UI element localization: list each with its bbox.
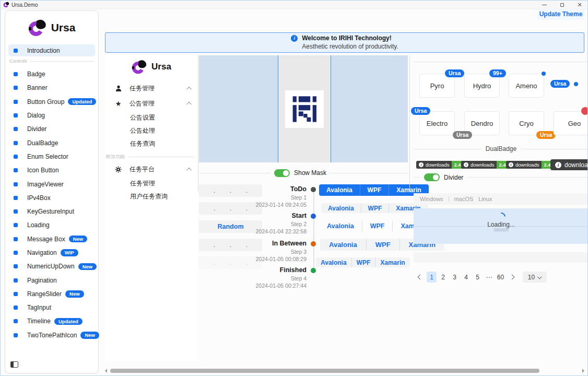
- badge-ursa-standalone: Ursa: [550, 80, 570, 88]
- avalonia-button[interactable]: Avalonia: [319, 221, 362, 231]
- avalonia-button[interactable]: Avalonia: [320, 239, 366, 251]
- button-group-solid: Avalonia WPF Xamarin: [319, 184, 429, 196]
- badge-ursa: Ursa: [445, 69, 464, 77]
- page-ellipsis[interactable]: ⋯: [484, 272, 494, 283]
- sidebar-item-keygestureinput[interactable]: KeyGestureInput: [5, 205, 98, 218]
- maximize-icon: [560, 3, 564, 7]
- status-tag: New: [65, 290, 84, 298]
- sidebar-item-label: DualBadge: [27, 139, 58, 147]
- sidebar-item-pagination[interactable]: Pagination: [5, 273, 98, 287]
- image-viewer[interactable]: [199, 55, 408, 162]
- sidebar-item-numericupdown[interactable]: NumericUpDownNew: [5, 260, 98, 273]
- menu-item-announcement-processing[interactable]: 公告处理: [105, 124, 198, 137]
- sidebar-item-divider[interactable]: Divider: [5, 122, 98, 136]
- sidebar-item-dialog[interactable]: Dialog: [5, 109, 98, 122]
- page-button-3[interactable]: 3: [450, 272, 460, 283]
- scrollbar-thumb[interactable]: [110, 369, 539, 373]
- divider-toggle[interactable]: [424, 173, 440, 181]
- wpf-button[interactable]: WPF: [351, 257, 375, 267]
- bullet-icon: [14, 113, 18, 118]
- sidebar-item-twotonepathicon[interactable]: TwoTonePathIconNew: [5, 328, 98, 342]
- app-icon: [3, 2, 9, 8]
- menu-section-header: 附加功能: [105, 152, 194, 161]
- wpf-button[interactable]: WPF: [361, 203, 389, 213]
- badge-ursa-gray: Ursa: [453, 131, 472, 139]
- sidebar-item-imageviewer[interactable]: ImageViewer: [5, 177, 98, 191]
- wpf-button[interactable]: WPF: [362, 221, 393, 231]
- center-scrollbar[interactable]: [409, 55, 410, 191]
- menu-item-task-query[interactable]: 任务查询: [105, 137, 198, 150]
- menu-scrollbar[interactable]: [198, 55, 198, 191]
- bullet-icon: [14, 209, 18, 214]
- menu-item-task-management[interactable]: 任务管理: [105, 81, 198, 96]
- status-tag: New: [69, 236, 88, 243]
- sidebar-item-dualbadge[interactable]: DualBadge: [5, 136, 98, 149]
- sidebar-item-icon-button[interactable]: Icon Button: [5, 163, 98, 177]
- timeline-line: [313, 193, 314, 269]
- timeline-dot-todo: [311, 187, 316, 192]
- sidebar-item-navigation[interactable]: NavigationWIP: [5, 246, 98, 260]
- irihi-logo: [285, 90, 324, 128]
- xamarin-button[interactable]: Xamarin: [375, 257, 409, 267]
- star-icon: ★: [114, 100, 122, 108]
- sidebar-item-badge[interactable]: Badge: [5, 67, 98, 81]
- menu-item-task-platform[interactable]: 任务平台: [105, 162, 198, 177]
- bullet-icon: [14, 196, 18, 200]
- update-theme-button[interactable]: Update Theme: [537, 8, 584, 20]
- sidebar-item-label: Introduction: [27, 47, 60, 54]
- status-tag: WIP: [61, 249, 78, 256]
- bullet-icon: [14, 292, 18, 296]
- bullet-icon: [14, 319, 18, 323]
- wpf-button[interactable]: WPF: [360, 184, 389, 196]
- menu-item-announcement-settings[interactable]: 公告设置: [105, 111, 198, 124]
- bullet-icon: [14, 155, 18, 159]
- sidebar-item-loading[interactable]: Loading: [5, 218, 98, 232]
- sidebar-item-taginput[interactable]: TagInput: [5, 301, 98, 314]
- avalonia-button[interactable]: Avalonia: [319, 184, 360, 196]
- menu-item-task-management-sub[interactable]: 任务管理: [105, 177, 198, 190]
- scroll-right-icon[interactable]: [582, 369, 586, 373]
- platform-item-windows[interactable]: Windows: [420, 196, 443, 202]
- platform-item-linux[interactable]: Linux: [478, 196, 492, 202]
- sidebar-item-enum-selector[interactable]: Enum Selector: [5, 150, 98, 163]
- sidebar: Ursa Introduction Controls BadgeBannerBu…: [5, 10, 99, 373]
- page-button-5[interactable]: 5: [473, 272, 483, 283]
- page-button-4[interactable]: 4: [461, 272, 471, 283]
- badge-dot: [542, 72, 546, 76]
- page-prev-button[interactable]: [415, 272, 425, 283]
- sidebar-item-introduction[interactable]: Introduction: [8, 44, 95, 56]
- menu-item-announcement-management[interactable]: ★ 公告管理: [105, 96, 198, 111]
- page-button-2[interactable]: 2: [438, 272, 448, 283]
- show-mask-row: Show Mask: [199, 169, 408, 177]
- sidebar-item-timeline[interactable]: TimelineUpdated: [5, 314, 98, 328]
- page-button-1[interactable]: 1: [427, 272, 437, 283]
- avalonia-button[interactable]: Avalonia: [321, 203, 361, 213]
- platform-item-macos[interactable]: macOS: [454, 196, 474, 202]
- page-next-button[interactable]: [507, 272, 517, 283]
- menu-section-label: 附加功能: [106, 154, 125, 160]
- show-mask-toggle[interactable]: [274, 169, 290, 177]
- sidebar-collapse-icon[interactable]: [10, 361, 18, 368]
- viewer-center: [278, 55, 331, 162]
- sidebar-item-label: Pagination: [27, 277, 57, 284]
- sidebar-item-ipv4box[interactable]: IPv4Box: [5, 191, 98, 205]
- bullet-icon: [14, 278, 18, 283]
- wpf-button[interactable]: WPF: [366, 239, 399, 251]
- timeline-item: In Between Step 3 2024-01-05 00:08:29: [228, 240, 307, 262]
- avalonia-button[interactable]: Avalonia: [316, 257, 351, 267]
- scroll-left-icon[interactable]: [103, 369, 107, 373]
- timeline-item: Start Step 2 2024-01-04 22:32:58: [228, 212, 307, 234]
- menu-item-user-task-query[interactable]: 用户任务查询: [105, 190, 198, 203]
- timeline-dot-start: [311, 214, 316, 219]
- sidebar-item-button-group[interactable]: Button GroupUpdated: [5, 95, 98, 109]
- sidebar-item-rangeslider[interactable]: RangeSliderNew: [5, 287, 98, 301]
- page-button-60[interactable]: 60: [496, 272, 505, 283]
- sidebar-item-label: NumericUpDown: [27, 263, 75, 270]
- badge-card-ameno: Ameno: [509, 74, 544, 98]
- page-size-select[interactable]: 10: [523, 272, 547, 283]
- sidebar-item-message-box[interactable]: Message BoxNew: [5, 232, 98, 246]
- sidebar-item-label: KeyGestureInput: [27, 208, 74, 215]
- horizontal-scrollbar[interactable]: [103, 368, 586, 373]
- sidebar-item-banner[interactable]: Banner: [5, 81, 98, 95]
- bullet-icon: [14, 223, 18, 227]
